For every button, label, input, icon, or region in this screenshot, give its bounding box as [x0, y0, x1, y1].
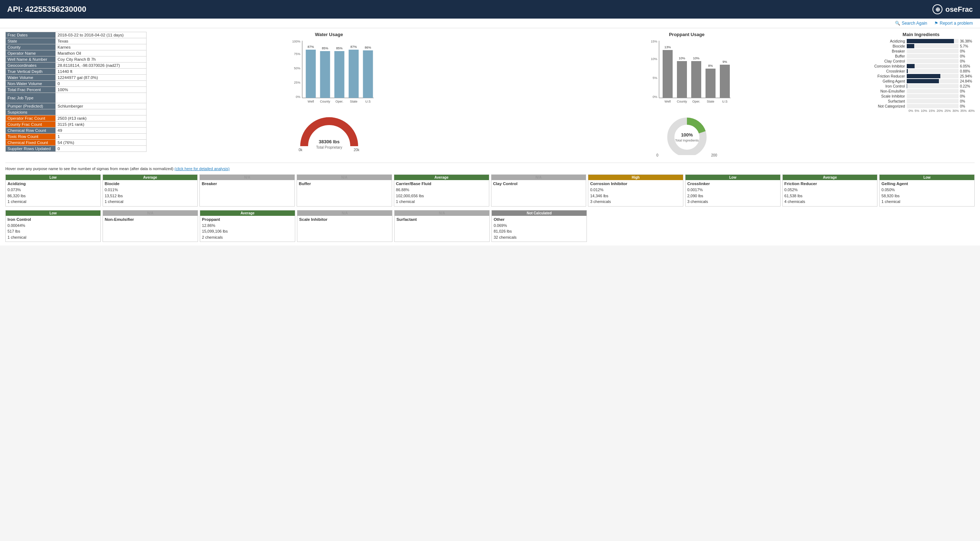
chem-card: N/ANon-Emulsifier: [103, 210, 198, 242]
table-row: Water Volume12244977 gal (87.0%): [6, 75, 146, 81]
gauge-svg: 38306 lbs Total Proprietary: [297, 114, 361, 150]
table-row: Toxic Row Count1: [6, 134, 146, 140]
svg-text:0%: 0%: [652, 95, 657, 99]
svg-text:75%: 75%: [294, 52, 300, 56]
search-again-link[interactable]: 🔍 Search Again: [895, 21, 927, 26]
chem-card: N/ABuffer: [297, 174, 392, 207]
svg-text:85%: 85%: [336, 46, 342, 50]
svg-text:County: County: [677, 100, 687, 103]
ingredients-chart: Acidizing36.38%Biocide5.7%Breaker0%Buffe…: [867, 39, 975, 113]
ingredient-row: Friction Reducer25.94%: [867, 74, 975, 78]
svg-text:State: State: [706, 100, 714, 103]
top-bar: 🔍 Search Again ⚑ Report a problem: [0, 19, 980, 28]
chem-card: Not CalculatedOther0.069%81,026 lbs32 ch…: [492, 210, 587, 242]
table-row: StateTexas: [6, 38, 146, 44]
svg-rect-33: [677, 61, 687, 98]
gauge-axis-left: 0k: [299, 148, 303, 152]
report-problem-link[interactable]: ⚑ Report a problem: [934, 21, 973, 26]
donut-axis-right: 200: [711, 153, 717, 157]
svg-text:Oper.: Oper.: [692, 100, 700, 103]
svg-text:8%: 8%: [708, 64, 713, 68]
logo: ⊕ oseFrac: [932, 4, 973, 14]
cards-row-1: LowAcidizing0.073%86,320 lbs1 chemicalAv…: [5, 174, 975, 207]
table-row: Well Name & NumberCoy City Ranch B 7h: [6, 56, 146, 62]
water-usage-chart: 0% 25% 50% 75% 100% 87% We: [162, 39, 506, 110]
chem-card: AverageProppant12.86%15,099,106 lbs2 che…: [200, 210, 295, 242]
svg-text:15%: 15%: [651, 40, 657, 43]
proppant-svg: 0% 5% 10% 15% 13% Well: [519, 39, 864, 105]
ingredient-row: Gelling Agent24.84%: [867, 79, 975, 83]
svg-text:9%: 9%: [722, 60, 727, 64]
bottom-section: Hover over any purpose name to see the n…: [5, 162, 975, 242]
table-row: Geocoordinates28.8118114, -98.0370026 (n…: [6, 62, 146, 68]
table-row: Non-Water Volume0: [6, 81, 146, 87]
chem-card: AverageBiocide0.011%13,512 lbs1 chemical: [103, 174, 198, 207]
table-row: Operator NameMarathon Oil: [6, 50, 146, 56]
proppant-usage-section: Proppant Usage 0% 5% 10% 15%: [510, 32, 864, 157]
chem-card: N/AClay Control: [491, 174, 587, 207]
cards-row-2: LowIron Control0.00044%517 lbs1 chemical…: [5, 210, 587, 242]
svg-rect-39: [705, 68, 716, 98]
table-row: Chemical Fixed Count54 (76%): [6, 140, 146, 146]
svg-text:87%: 87%: [307, 45, 314, 49]
search-icon: 🔍: [895, 21, 900, 26]
water-usage-title: Water Usage: [152, 32, 506, 37]
hover-note: Hover over any purpose name to see the n…: [5, 167, 975, 171]
proppant-usage-chart: 0% 5% 10% 15% 13% Well: [519, 39, 864, 110]
ingredient-row: Iron Control0.22%: [867, 84, 975, 88]
ingredient-row: Crosslinker0.88%: [867, 69, 975, 73]
table-row: Total Frac Percent100%: [6, 87, 146, 93]
ingredient-row: Corrosion Inhibitor6.05%: [867, 64, 975, 68]
donut-axis-left: 0: [657, 153, 659, 157]
table-row: CountyKarnes: [6, 44, 146, 50]
svg-text:Oper.: Oper.: [335, 100, 343, 103]
svg-rect-16: [349, 50, 359, 98]
logo-text: oseFrac: [945, 5, 973, 14]
svg-text:Total Ingredients: Total Ingredients: [675, 138, 699, 142]
svg-text:100%: 100%: [292, 40, 300, 43]
svg-text:10%: 10%: [693, 56, 700, 60]
table-row: Frac Job TypeHybrid Fracturing (Crosslin…: [6, 93, 146, 103]
table-row: Chemical Row Count49: [6, 127, 146, 134]
gauge-axis-right: 20k: [353, 148, 359, 152]
ingredient-row: Non-Emulsifier0%: [867, 89, 975, 93]
table-row: Pumper (Predicted)Schlumberger: [6, 103, 146, 109]
chem-card: LowAcidizing0.073%86,320 lbs1 chemical: [5, 174, 101, 207]
detailed-analysis-link[interactable]: (click here for detailed analysis): [174, 167, 229, 171]
chem-card: LowIron Control0.00044%517 lbs1 chemical: [5, 210, 101, 242]
ingredient-row: Not Categorized0%: [867, 104, 975, 108]
info-table: Frac Dates2018-03-22 to 2018-04-02 (11 d…: [5, 32, 146, 152]
svg-text:10%: 10%: [679, 56, 685, 60]
chem-card: N/AScale Inhibitor: [297, 210, 393, 242]
gauge-section: 38306 lbs Total Proprietary 0k 20k: [152, 114, 506, 152]
svg-rect-19: [363, 50, 373, 98]
ingredient-row: Clay Control0%: [867, 59, 975, 63]
proppant-usage-title: Proppant Usage: [510, 32, 864, 37]
svg-text:87%: 87%: [350, 45, 357, 49]
left-panel: Frac Dates2018-03-22 to 2018-04-02 (11 d…: [5, 32, 146, 157]
table-row: Supplier Rows Updated0: [6, 146, 146, 152]
donut-svg: 100% Total Ingredients: [655, 114, 719, 155]
table-row: True Vertical Depth11440 ft: [6, 68, 146, 75]
main-ingredients-section: Main Ingredients Acidizing36.38%Biocide5…: [867, 32, 975, 157]
chem-card: AverageFriction Reducer0.052%61,538 lbs4…: [782, 174, 878, 207]
chem-card: N/ASurfactant: [394, 210, 490, 242]
svg-text:0%: 0%: [296, 95, 300, 99]
main-ingredients-title: Main Ingredients: [867, 32, 975, 37]
chem-card: N/ABreaker: [199, 174, 295, 207]
water-usage-svg: 0% 25% 50% 75% 100% 87% We: [162, 39, 506, 105]
svg-rect-30: [663, 50, 673, 98]
flag-icon: ⚑: [934, 21, 938, 26]
main-content: Frac Dates2018-03-22 to 2018-04-02 (11 d…: [0, 28, 980, 245]
svg-text:50%: 50%: [294, 67, 300, 70]
ingredient-row: Biocide5.7%: [867, 44, 975, 48]
svg-rect-42: [720, 65, 730, 98]
ingredient-row: Scale Inhibitor0%: [867, 94, 975, 98]
svg-text:U.S: U.S: [722, 100, 727, 103]
ingredient-row: Breaker0%: [867, 49, 975, 53]
table-row: Suspicions: [6, 109, 146, 115]
api-title: API: 42255356230000: [7, 5, 86, 14]
content-row: Frac Dates2018-03-22 to 2018-04-02 (11 d…: [5, 32, 975, 157]
ingredient-row: Buffer0%: [867, 54, 975, 58]
svg-text:Well: Well: [308, 100, 314, 103]
